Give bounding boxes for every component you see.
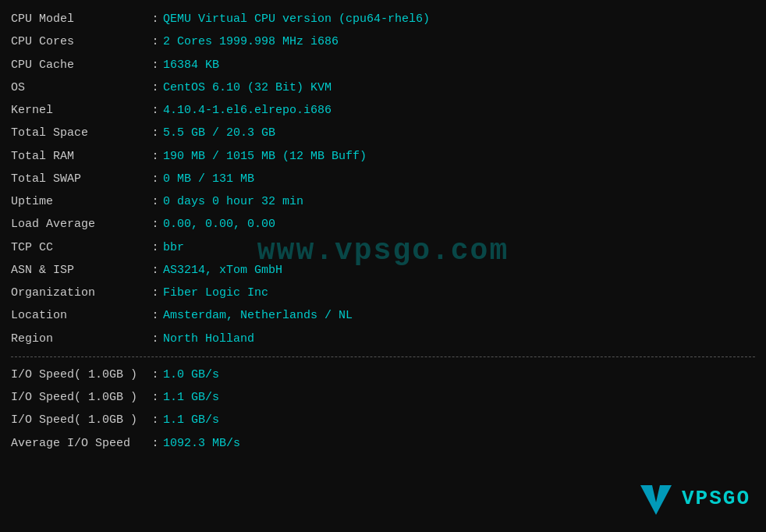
row-value: Amsterdam, Netherlands / NL bbox=[163, 304, 755, 327]
row-label: TCP CC bbox=[11, 236, 147, 259]
row-colon: : bbox=[147, 8, 163, 30]
table-row: I/O Speed( 1.0GB ):1.1 GB/s bbox=[11, 409, 755, 431]
table-row: Kernel:4.10.4-1.el6.elrepo.i686 bbox=[11, 99, 755, 122]
io-row-label: Average I/O Speed bbox=[11, 432, 147, 455]
row-value: AS3214, xTom GmbH bbox=[163, 259, 755, 282]
table-row: CPU Model:QEMU Virtual CPU version (cpu6… bbox=[11, 8, 755, 30]
row-value: 4.10.4-1.el6.elrepo.i686 bbox=[163, 99, 755, 122]
row-colon: : bbox=[147, 168, 163, 190]
system-info-table: CPU Model:QEMU Virtual CPU version (cpu6… bbox=[11, 8, 755, 350]
row-colon: : bbox=[147, 190, 163, 213]
row-colon: : bbox=[147, 54, 163, 76]
io-row-colon: : bbox=[147, 386, 163, 409]
row-label: CPU Cores bbox=[11, 30, 147, 53]
row-value: 190 MB / 1015 MB (12 MB Buff) bbox=[163, 145, 755, 168]
svg-marker-0 bbox=[640, 485, 672, 515]
row-value: 0 MB / 131 MB bbox=[163, 168, 755, 190]
io-row-label: I/O Speed( 1.0GB ) bbox=[11, 409, 147, 431]
vpsgo-brand-text: VPSGO bbox=[682, 487, 750, 510]
table-row: Uptime:0 days 0 hour 32 min bbox=[11, 190, 755, 213]
io-row-label: I/O Speed( 1.0GB ) bbox=[11, 386, 147, 409]
row-value: 2 Cores 1999.998 MHz i686 bbox=[163, 30, 755, 53]
row-value: 16384 KB bbox=[163, 54, 755, 76]
row-label: Location bbox=[11, 304, 147, 327]
io-row-value: 1.0 GB/s bbox=[163, 364, 755, 386]
row-label: Total Space bbox=[11, 122, 147, 144]
io-row-colon: : bbox=[147, 432, 163, 455]
row-label: CPU Model bbox=[11, 8, 147, 30]
table-row: ASN & ISP:AS3214, xTom GmbH bbox=[11, 259, 755, 282]
row-colon: : bbox=[147, 99, 163, 122]
row-label: Total RAM bbox=[11, 145, 147, 168]
row-colon: : bbox=[147, 282, 163, 304]
table-row: Region:North Holland bbox=[11, 328, 755, 350]
row-colon: : bbox=[147, 76, 163, 99]
table-row: CPU Cores:2 Cores 1999.998 MHz i686 bbox=[11, 30, 755, 53]
row-label: Uptime bbox=[11, 190, 147, 213]
io-row-value: 1.1 GB/s bbox=[163, 386, 755, 409]
row-value: 0 days 0 hour 32 min bbox=[163, 190, 755, 213]
table-row: Organization:Fiber Logic Inc bbox=[11, 282, 755, 304]
row-value: bbr bbox=[163, 236, 755, 259]
io-row-value: 1.1 GB/s bbox=[163, 409, 755, 431]
row-colon: : bbox=[147, 213, 163, 236]
terminal-window: www.vpsgo.com CPU Model:QEMU Virtual CPU… bbox=[0, 0, 766, 532]
row-label: OS bbox=[11, 76, 147, 99]
row-label: Total SWAP bbox=[11, 168, 147, 190]
row-label: Load Average bbox=[11, 213, 147, 236]
row-label: Kernel bbox=[11, 99, 147, 122]
row-colon: : bbox=[147, 30, 163, 53]
table-row: Total RAM:190 MB / 1015 MB (12 MB Buff) bbox=[11, 145, 755, 168]
table-row: TCP CC:bbr bbox=[11, 236, 755, 259]
row-colon: : bbox=[147, 259, 163, 282]
row-value: Fiber Logic Inc bbox=[163, 282, 755, 304]
row-label: CPU Cache bbox=[11, 54, 147, 76]
row-label: ASN & ISP bbox=[11, 259, 147, 282]
row-colon: : bbox=[147, 328, 163, 350]
io-section: I/O Speed( 1.0GB ):1.0 GB/sI/O Speed( 1.… bbox=[11, 364, 755, 455]
row-colon: : bbox=[147, 236, 163, 259]
row-colon: : bbox=[147, 122, 163, 144]
io-row-colon: : bbox=[147, 364, 163, 386]
row-value: 5.5 GB / 20.3 GB bbox=[163, 122, 755, 144]
row-value: QEMU Virtual CPU version (cpu64-rhel6) bbox=[163, 8, 755, 30]
table-row: Total Space:5.5 GB / 20.3 GB bbox=[11, 122, 755, 144]
table-row: Location:Amsterdam, Netherlands / NL bbox=[11, 304, 755, 327]
table-row: Total SWAP:0 MB / 131 MB bbox=[11, 168, 755, 190]
io-row-value: 1092.3 MB/s bbox=[163, 432, 755, 455]
table-row: I/O Speed( 1.0GB ):1.1 GB/s bbox=[11, 386, 755, 409]
row-value: CentOS 6.10 (32 Bit) KVM bbox=[163, 76, 755, 99]
table-row: Average I/O Speed:1092.3 MB/s bbox=[11, 432, 755, 455]
io-row-label: I/O Speed( 1.0GB ) bbox=[11, 364, 147, 386]
table-row: Load Average:0.00, 0.00, 0.00 bbox=[11, 213, 755, 236]
io-table: I/O Speed( 1.0GB ):1.0 GB/sI/O Speed( 1.… bbox=[11, 364, 755, 455]
row-value: 0.00, 0.00, 0.00 bbox=[163, 213, 755, 236]
table-row: I/O Speed( 1.0GB ):1.0 GB/s bbox=[11, 364, 755, 386]
row-colon: : bbox=[147, 304, 163, 327]
vpsgo-v-icon bbox=[637, 479, 676, 518]
table-row: CPU Cache:16384 KB bbox=[11, 54, 755, 76]
row-label: Organization bbox=[11, 282, 147, 304]
row-label: Region bbox=[11, 328, 147, 350]
table-row: OS:CentOS 6.10 (32 Bit) KVM bbox=[11, 76, 755, 99]
row-value: North Holland bbox=[163, 328, 755, 350]
io-row-colon: : bbox=[147, 409, 163, 431]
vpsgo-logo: VPSGO bbox=[637, 479, 750, 518]
row-colon: : bbox=[147, 145, 163, 168]
divider bbox=[11, 356, 755, 357]
